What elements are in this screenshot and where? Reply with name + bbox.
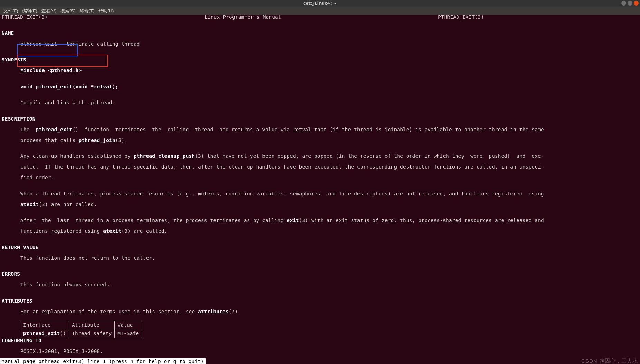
section-attributes-title: ATTRIBUTES bbox=[2, 298, 638, 304]
errors-text: This function always succeeds. bbox=[2, 282, 638, 288]
manpage-header: PTHREAD_EXIT(3)Linux Programmer's Manual… bbox=[2, 15, 484, 20]
description-p3: When a thread terminates, process-shared… bbox=[2, 191, 638, 197]
section-conforming-title: CONFORMING TO bbox=[2, 338, 638, 344]
menubar: 文件(F) 编辑(E) 查看(V) 搜索(S) 终端(T) 帮助(H) bbox=[0, 7, 640, 15]
name-text: pthread_exit - terminate calling thread bbox=[2, 41, 638, 47]
attributes-table: Interface Attribute Value pthread_exit()… bbox=[20, 321, 142, 338]
menu-terminal[interactable]: 终端(T) bbox=[78, 8, 97, 14]
menu-help[interactable]: 帮助(H) bbox=[96, 8, 116, 14]
td-attribute: Thread safety bbox=[69, 329, 115, 338]
th-value: Value bbox=[115, 321, 142, 329]
section-name-title: NAME bbox=[2, 31, 638, 36]
terminal[interactable]: PTHREAD_EXIT(3)Linux Programmer's Manual… bbox=[0, 15, 640, 364]
minimize-icon[interactable] bbox=[621, 1, 626, 6]
table-row: Interface Attribute Value bbox=[20, 321, 142, 329]
manpage-view: PTHREAD_EXIT(3)Linux Programmer's Manual… bbox=[0, 15, 640, 364]
window-title: cet@Linux4: ~ bbox=[0, 0, 640, 7]
td-value: MT-Safe bbox=[115, 329, 142, 338]
section-description-title: DESCRIPTION bbox=[2, 116, 638, 122]
return-text: This function does not return to the cal… bbox=[2, 256, 638, 261]
attributes-intro: For an explanation of the terms used in … bbox=[2, 309, 638, 315]
header-right: PTHREAD_EXIT(3) bbox=[323, 15, 484, 20]
description-p1: The pthread_exit() function terminates t… bbox=[2, 127, 638, 133]
synopsis-prototype: void pthread_exit(void *retval); bbox=[2, 84, 638, 90]
description-p4: After the last thread in a process termi… bbox=[2, 218, 638, 223]
th-interface: Interface bbox=[20, 321, 69, 329]
menu-view[interactable]: 查看(V) bbox=[39, 8, 58, 14]
menu-search[interactable]: 搜索(S) bbox=[58, 8, 77, 14]
header-left: PTHREAD_EXIT(3) bbox=[2, 15, 162, 20]
watermark: CSDN @因心，三人水 bbox=[581, 358, 638, 364]
conforming-text: POSIX.1-2001, POSIX.1-2008. bbox=[2, 349, 638, 354]
td-interface: pthread_exit() bbox=[20, 329, 69, 338]
menu-file[interactable]: 文件(F) bbox=[1, 8, 20, 14]
section-return-title: RETURN VALUE bbox=[2, 245, 638, 250]
header-center: Linux Programmer's Manual bbox=[162, 15, 323, 20]
window-controls bbox=[621, 1, 639, 6]
maximize-icon[interactable] bbox=[628, 1, 632, 6]
synopsis-include: #include <pthread.h> bbox=[20, 68, 82, 73]
window-titlebar: cet@Linux4: ~ bbox=[0, 0, 640, 7]
close-icon[interactable] bbox=[634, 1, 639, 6]
menu-edit[interactable]: 编辑(E) bbox=[20, 8, 39, 14]
synopsis-compile: Compile and link with -pthread. bbox=[2, 100, 638, 106]
description-p2: Any clean-up handlers established by pth… bbox=[2, 154, 638, 159]
th-attribute: Attribute bbox=[69, 321, 115, 329]
section-synopsis-title: SYNOPSIS bbox=[2, 57, 638, 63]
table-row: pthread_exit() Thread safety MT-Safe bbox=[20, 329, 142, 338]
section-errors-title: ERRORS bbox=[2, 271, 638, 277]
man-status-bar: Manual page pthread_exit(3) line 1 (pres… bbox=[0, 358, 206, 364]
